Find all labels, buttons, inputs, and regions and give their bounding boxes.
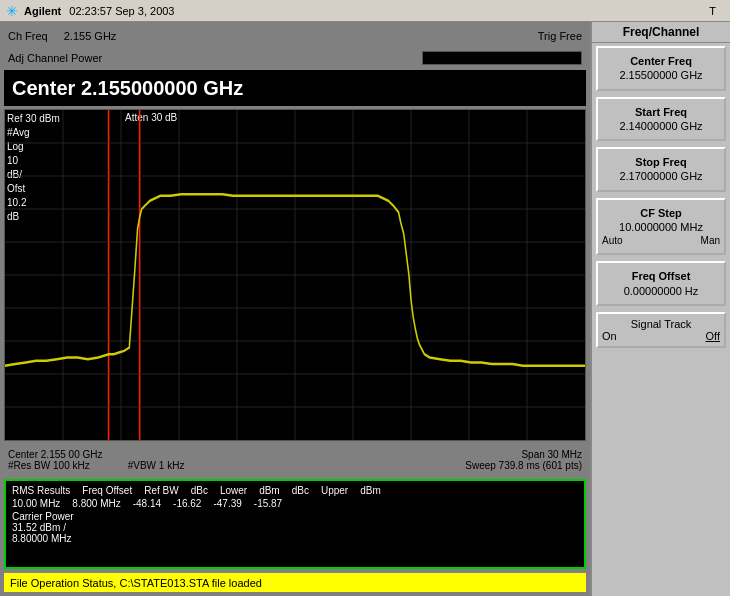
spectrum-info-bottom: Center 2.155 00 GHz Span 30 MHz #Res BW …	[4, 444, 586, 476]
spectrum-plot: Ref 30 dBm #Avg Log 10 dB/ Ofst 10.2 dB …	[4, 109, 586, 441]
sweep-label: Sweep 739.8 ms (601 pts)	[465, 460, 582, 471]
trig-label: Trig Free	[538, 30, 582, 42]
vbw-label: #VBW 1 kHz	[128, 460, 185, 471]
rms-title: RMS Results	[12, 485, 70, 496]
signal-off[interactable]: Off	[706, 330, 720, 342]
cf-step-auto: Auto	[602, 234, 623, 247]
freq-offset-btn-value: 0.00000000 Hz	[602, 284, 720, 298]
spectrum-svg	[5, 110, 585, 440]
rms-box: RMS Results Freq Offset Ref BW dBc Lower…	[4, 479, 586, 569]
status-text: File Operation Status, C:\STATE013.STA f…	[10, 577, 262, 589]
signal-track-toggle-row: On Off	[602, 330, 720, 342]
spectrum-info-row1: Center 2.155 00 GHz Span 30 MHz	[8, 449, 582, 460]
rms-col-dbm1: dBm	[259, 485, 280, 496]
cf-step-auto-man: Auto Man	[602, 234, 720, 247]
freq-offset-button[interactable]: Freq Offset 0.00000000 Hz	[596, 261, 726, 306]
signal-track-button[interactable]: Signal Track On Off	[596, 312, 726, 348]
rms-carrier-value: 31.52 dBm /	[12, 522, 578, 533]
center-freq-btn-value: 2.15500000 GHz	[602, 68, 720, 82]
rms-row1-dbc2: -47.39	[213, 498, 241, 509]
rms-carrier-bw: 8.80000 MHz	[12, 533, 578, 544]
rms-col-dbc2: dBc	[292, 485, 309, 496]
right-panel: Freq/Channel Center Freq 2.15500000 GHz …	[590, 22, 730, 596]
ch-freq-value: 2.155 GHz	[64, 30, 117, 42]
rms-row1-dbc1: -48.14	[133, 498, 161, 509]
agilent-logo: ✳	[6, 3, 18, 19]
signal-on[interactable]: On	[602, 330, 617, 342]
stop-freq-btn-label: Stop Freq	[602, 155, 720, 169]
adj-label: Adj Channel Power	[8, 52, 102, 64]
freq-offset-btn-label: Freq Offset	[602, 269, 720, 283]
cf-step-btn-value: 10.0000000 MHz	[602, 220, 720, 234]
rms-row1-freq: 10.00 MHz	[12, 498, 60, 509]
rms-row1-lower: -16.62	[173, 498, 201, 509]
main-layout: Ch Freq 2.155 GHz Trig Free Adj Channel …	[0, 22, 730, 596]
trigger-indicator: T	[709, 5, 716, 17]
rms-row1-upper: -15.87	[254, 498, 282, 509]
cf-step-btn-label: CF Step	[602, 206, 720, 220]
rms-col-ref-bw: Ref BW	[144, 485, 178, 496]
right-panel-header: Freq/Channel	[592, 22, 730, 43]
start-freq-button[interactable]: Start Freq 2.14000000 GHz	[596, 97, 726, 142]
brand-name: Agilent	[24, 5, 61, 17]
stop-freq-btn-value: 2.17000000 GHz	[602, 169, 720, 183]
signal-track-label: Signal Track	[602, 318, 720, 330]
res-bw-label: #Res BW 100 kHz	[8, 460, 90, 471]
stop-freq-button[interactable]: Stop Freq 2.17000000 GHz	[596, 147, 726, 192]
info-row: Ch Freq 2.155 GHz Trig Free	[4, 26, 586, 46]
center-freq-button[interactable]: Center Freq 2.15500000 GHz	[596, 46, 726, 91]
center-freq-text: Center 2.155000000 GHz	[12, 77, 243, 100]
center-freq-display: Center 2.155000000 GHz	[4, 70, 586, 106]
start-freq-btn-label: Start Freq	[602, 105, 720, 119]
ch-freq-label: Ch Freq	[8, 30, 48, 42]
rms-carrier-row: Carrier Power 31.52 dBm / 8.80000 MHz	[12, 511, 578, 544]
rms-col-lower: Lower	[220, 485, 247, 496]
cf-step-man: Man	[701, 234, 720, 247]
start-freq-btn-value: 2.14000000 GHz	[602, 119, 720, 133]
adj-value-box	[422, 51, 582, 65]
rms-col-dbc1: dBc	[191, 485, 208, 496]
rms-col-freq-offset: Freq Offset	[82, 485, 132, 496]
rms-data-row: 10.00 MHz 8.800 MHz -48.14 -16.62 -47.39…	[12, 498, 578, 509]
left-panel: Ch Freq 2.155 GHz Trig Free Adj Channel …	[0, 22, 590, 596]
center-freq-btn-label: Center Freq	[602, 54, 720, 68]
span-label: Span 30 MHz	[521, 449, 582, 460]
rms-carrier-label: Carrier Power	[12, 511, 578, 522]
timestamp: 02:23:57 Sep 3, 2003	[69, 5, 174, 17]
rms-col-upper: Upper	[321, 485, 348, 496]
rms-col-dbm2: dBm	[360, 485, 381, 496]
cf-step-button[interactable]: CF Step 10.0000000 MHz Auto Man	[596, 198, 726, 256]
top-bar: ✳ Agilent 02:23:57 Sep 3, 2003 T	[0, 0, 730, 22]
adj-row: Adj Channel Power	[4, 49, 586, 67]
spectrum-info-row2: #Res BW 100 kHz #VBW 1 kHz Sweep 739.8 m…	[8, 460, 582, 471]
status-bar: File Operation Status, C:\STATE013.STA f…	[4, 572, 586, 592]
rms-row1-refbw: 8.800 MHz	[72, 498, 120, 509]
center-bottom: Center 2.155 00 GHz	[8, 449, 103, 460]
rms-header-row: RMS Results Freq Offset Ref BW dBc Lower…	[12, 485, 578, 496]
